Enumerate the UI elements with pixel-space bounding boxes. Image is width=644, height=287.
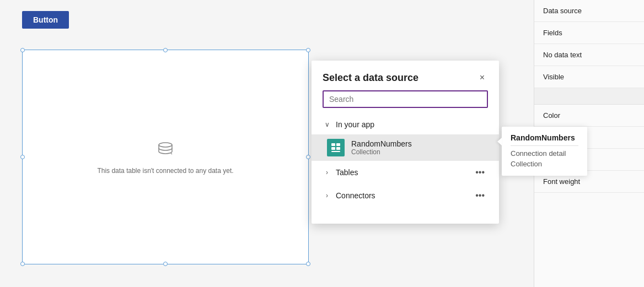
- handle-mid-left[interactable]: [20, 155, 25, 159]
- chevron-right-icon: ›: [323, 169, 331, 176]
- random-numbers-text: RandomNumbers Collection: [351, 139, 412, 156]
- tables-section[interactable]: › Tables •••: [312, 161, 499, 184]
- search-box[interactable]: [323, 90, 488, 108]
- handle-bot-center[interactable]: [163, 262, 168, 266]
- tooltip-line-2: Collection: [511, 159, 578, 169]
- data-source-dialog: Select a data source × ∨ In your app: [312, 61, 499, 224]
- tooltip-title: RandomNumbers: [511, 133, 578, 142]
- button-control[interactable]: Button: [22, 11, 69, 29]
- in-your-app-section[interactable]: ∨ In your app: [312, 115, 499, 134]
- handle-mid-right[interactable]: [306, 155, 310, 159]
- panel-item-color[interactable]: Color: [534, 105, 644, 127]
- random-numbers-icon: [327, 139, 345, 156]
- svg-rect-1: [331, 143, 335, 146]
- tables-section-left: › Tables: [323, 168, 358, 177]
- tables-more-button[interactable]: •••: [472, 166, 488, 178]
- tables-label: Tables: [336, 168, 358, 177]
- panel-item-fields[interactable]: Fields: [534, 22, 644, 44]
- database-icon: [155, 140, 175, 163]
- in-your-app-label: In your app: [336, 120, 374, 129]
- tooltip-line-1: Connection detail: [511, 148, 578, 159]
- panel-spacer: [534, 88, 644, 105]
- handle-bot-right[interactable]: [306, 262, 310, 266]
- chevron-down-icon: ∨: [323, 121, 331, 128]
- dialog-header: Select a data source ×: [312, 61, 499, 90]
- dialog-title: Select a data source: [323, 72, 418, 84]
- random-numbers-name: RandomNumbers: [351, 139, 412, 148]
- panel-item-no-data-text[interactable]: No data text: [534, 44, 644, 66]
- data-table-frame[interactable]: This data table isn't connected to any d…: [22, 50, 309, 264]
- connectors-section[interactable]: › Connectors •••: [312, 184, 499, 207]
- search-input[interactable]: [329, 95, 481, 104]
- connectors-label: Connectors: [336, 191, 375, 200]
- handle-top-left[interactable]: [20, 48, 25, 52]
- connectors-more-button[interactable]: •••: [472, 189, 488, 202]
- tooltip-arrow: [497, 138, 502, 145]
- handle-bot-left[interactable]: [20, 262, 25, 266]
- tooltip-box: RandomNumbers Connection detail Collecti…: [502, 127, 587, 176]
- dialog-close-button[interactable]: ×: [476, 72, 488, 84]
- panel-item-visible[interactable]: Visible: [534, 66, 644, 88]
- svg-rect-4: [336, 147, 340, 150]
- random-numbers-item[interactable]: RandomNumbers Collection: [312, 134, 499, 161]
- panel-item-data-source[interactable]: Data source: [534, 0, 644, 22]
- svg-point-0: [159, 143, 172, 147]
- random-numbers-subtitle: Collection: [351, 148, 412, 156]
- svg-rect-3: [331, 147, 335, 150]
- svg-rect-2: [336, 143, 340, 146]
- chevron-right-icon-2: ›: [323, 192, 331, 199]
- handle-top-center[interactable]: [163, 48, 168, 52]
- data-table-label: This data table isn't connected to any d…: [97, 167, 233, 175]
- data-table-empty-state: This data table isn't connected to any d…: [97, 140, 233, 175]
- svg-rect-5: [331, 151, 340, 152]
- canvas-area: Button This data table isn't connected t…: [0, 0, 534, 287]
- connectors-section-left: › Connectors: [323, 191, 375, 200]
- handle-top-right[interactable]: [306, 48, 310, 52]
- tooltip-divider: [511, 145, 578, 146]
